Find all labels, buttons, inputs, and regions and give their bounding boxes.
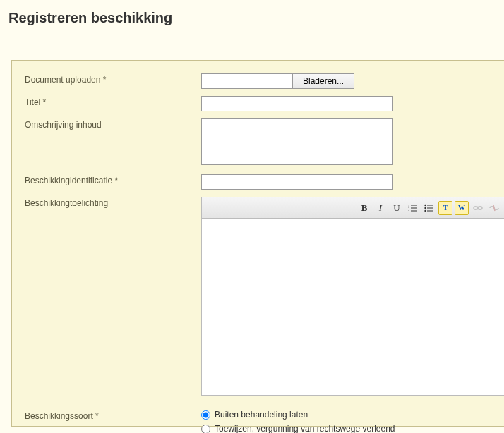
paste-word-button[interactable]: W: [455, 201, 469, 215]
identificatie-input[interactable]: [201, 174, 393, 190]
soort-radio-label-0: Buiten behandeling laten: [215, 410, 308, 420]
unordered-list-button[interactable]: [422, 201, 436, 215]
label-soort: Beschikkingssoort *: [25, 410, 201, 421]
underline-button[interactable]: U: [390, 201, 404, 215]
svg-text:3: 3: [408, 209, 409, 212]
unlink-button: [487, 201, 501, 215]
editor-toolbar: B I U 123 T W: [202, 197, 504, 219]
label-document-upload: Document uploaden *: [25, 73, 201, 85]
row-titel: Titel *: [25, 96, 492, 111]
browse-button[interactable]: Bladeren...: [292, 73, 354, 89]
soort-radio-label-1: Toewijzen, vergunning van rechtswege ver…: [215, 424, 395, 433]
soort-radio-1[interactable]: [201, 425, 210, 434]
svg-point-12: [474, 206, 478, 209]
titel-input[interactable]: [201, 96, 393, 111]
link-button: [471, 201, 485, 215]
editor-body[interactable]: [202, 219, 504, 395]
soort-option-1: Toewijzen, vergunning van rechtswege ver…: [201, 424, 492, 433]
paste-text-button[interactable]: T: [438, 201, 452, 215]
label-titel: Titel *: [25, 96, 201, 107]
row-omschrijving: Omschrijving inhoud: [25, 118, 492, 167]
svg-point-9: [424, 204, 426, 205]
soort-option-0: Buiten behandeling laten: [201, 410, 492, 420]
row-soort: Beschikkingssoort * Buiten behandeling l…: [25, 410, 492, 433]
row-toelichting: Beschikkingtoelichting B I U 123 T W: [25, 197, 492, 396]
svg-point-13: [478, 206, 482, 209]
bold-button[interactable]: B: [357, 201, 371, 215]
soort-radio-0[interactable]: [201, 410, 210, 420]
file-path-input[interactable]: [201, 73, 293, 89]
label-toelichting: Beschikkingtoelichting: [25, 197, 201, 208]
rich-text-editor: B I U 123 T W: [201, 197, 504, 396]
svg-line-14: [493, 205, 495, 211]
label-identificatie: Beschikkingidentificatie *: [25, 174, 201, 185]
page-title: Registreren beschikking: [0, 0, 504, 43]
italic-button[interactable]: I: [373, 201, 388, 215]
ordered-list-button[interactable]: 123: [406, 201, 420, 215]
omschrijving-textarea[interactable]: [201, 118, 393, 165]
svg-point-11: [424, 209, 426, 211]
svg-point-10: [424, 207, 426, 208]
label-omschrijving: Omschrijving inhoud: [25, 118, 201, 130]
row-document-upload: Document uploaden * Bladeren...: [25, 73, 492, 89]
form-panel: Document uploaden * Bladeren... Titel * …: [11, 60, 504, 427]
file-input: Bladeren...: [201, 73, 492, 89]
row-identificatie: Beschikkingidentificatie *: [25, 174, 492, 190]
